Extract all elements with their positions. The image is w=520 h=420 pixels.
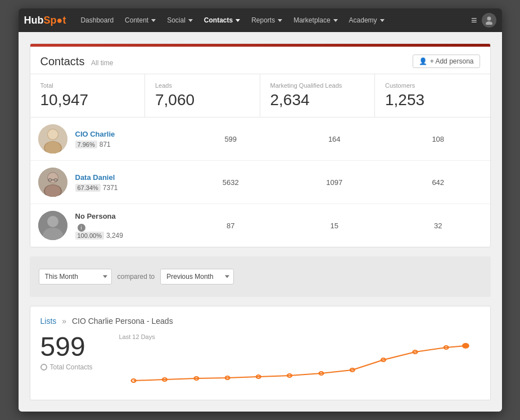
compare-select[interactable]: Previous Month Previous Quarter Previous… [160,269,234,284]
stat-leads-value: 7,060 [155,91,250,109]
card-subtitle: All time [91,59,113,67]
persona-pct-daniel: 67.34% [75,184,101,192]
nav-item-contacts[interactable]: Contacts [198,8,246,32]
logo-spot: Sp●t [44,15,66,26]
period-select-wrapper: This Month Last Month This Quarter All T… [39,269,112,284]
nav-item-academy[interactable]: Academy [343,8,390,32]
stat-customers-value: 1,253 [385,91,480,109]
persona-avatar-none [30,211,75,240]
persona-pct-cio: 7.96% [75,141,97,148]
persona-count-none: 3,249 [106,232,123,240]
persona-name-cio[interactable]: CIO Charlie [75,130,179,138]
filter-row: This Month Last Month This Quarter All T… [39,263,482,290]
hubspot-logo: HubSp●t [24,15,66,26]
breadcrumb: Lists » CIO Charlie Persona - Leads [40,317,480,326]
user-silhouette-icon [485,16,494,25]
card-title: Contacts [40,55,85,67]
persona-customers-none: 32 [386,222,490,230]
card-header: Contacts All time 👤 + Add persona [30,47,490,74]
filter-compared-label: compared to [117,273,155,281]
stat-leads-label: Leads [155,82,250,89]
nav-item-marketplace[interactable]: Marketplace [288,8,343,32]
persona-leads-none: 87 [179,222,283,230]
card-title-group: Contacts All time [40,55,114,68]
breadcrumb-current: CIO Charlie Persona - Leads [72,317,173,326]
daniel-avatar-svg [38,168,67,197]
stat-total-label: Total [40,82,135,89]
total-contacts-label: Total Contacts [50,363,93,371]
persona-info-none: No Persona i 100.00% 3,249 [75,212,179,240]
nav-right: ≡ [471,13,496,28]
breadcrumb-separator: » [62,317,66,326]
svg-point-16 [47,216,58,227]
period-select[interactable]: This Month Last Month This Quarter All T… [39,269,112,284]
user-avatar-icon[interactable] [482,13,496,28]
circle-icon [40,364,47,371]
persona-count-daniel: 7371 [103,184,118,192]
line-chart [119,343,480,388]
persona-name-none: No Persona [75,212,179,220]
persona-count-cio: 871 [100,141,111,148]
nav-item-content[interactable]: Content [119,8,161,32]
persona-row-daniel: Data Daniel 67.34% 7371 5632 1097 642 [30,161,490,204]
persona-mql-cio: 164 [283,135,387,143]
svg-point-11 [45,185,61,197]
chevron-down-icon [188,19,193,22]
svg-point-1 [486,21,492,25]
bottom-content: 599 Total Contacts Last 12 Days [40,333,480,390]
chart-area: Last 12 Days [119,333,480,390]
info-icon[interactable]: i [78,224,85,232]
main-content: Contacts All time 👤 + Add persona Total … [19,32,502,412]
avatar-daniel [38,168,67,197]
nav-item-dashboard[interactable]: Dashboard [75,8,119,32]
chart-label: Last 12 Days [119,333,480,340]
chevron-down-icon [278,19,282,22]
stat-mql-value: 2,634 [270,91,365,109]
stat-total-value: 10,947 [40,91,135,109]
persona-customers-cio: 108 [386,135,490,143]
persona-avatar-cio [30,124,75,153]
persona-info-daniel: Data Daniel 67.34% 7371 [75,173,179,192]
stats-row: Total 10,947 Leads 7,060 Marketing Quali… [30,74,490,118]
persona-info-cio: CIO Charlie 7.96% 871 [75,130,179,148]
persona-mql-daniel: 1097 [283,178,387,187]
chevron-down-icon [236,19,240,22]
stat-mql-label: Marketing Qualified Leads [270,82,365,89]
bottom-stat-group: 599 Total Contacts [40,333,108,371]
logo-hub: Hub [24,15,44,26]
nav-bar: HubSp●t Dashboard Content Social Contact… [19,8,502,32]
bottom-stat-label: Total Contacts [40,363,108,371]
chart-line [133,346,465,381]
chevron-down-icon [151,19,156,22]
persona-customers-daniel: 642 [386,178,490,187]
avatar-cio [38,124,67,153]
persona-mql-none: 15 [283,222,387,230]
persona-avatar-daniel [30,168,75,197]
bottom-card: Lists » CIO Charlie Persona - Leads 599 … [30,306,491,400]
persona-leads-daniel: 5632 [179,178,283,187]
persona-meta-daniel: 67.34% 7371 [75,184,179,192]
persona-row-none: No Persona i 100.00% 3,249 87 15 32 [30,204,490,247]
stat-leads: Leads 7,060 [145,74,260,117]
add-persona-label: + Add persona [430,57,474,65]
add-persona-button[interactable]: 👤 + Add persona [413,55,480,68]
persona-meta-cio: 7.96% 871 [75,141,179,148]
chevron-down-icon [333,19,338,22]
stat-mql: Marketing Qualified Leads 2,634 [260,74,376,117]
nav-item-reports[interactable]: Reports [246,8,288,32]
breadcrumb-parent[interactable]: Lists [40,317,57,326]
stat-customers: Customers 1,253 [375,74,490,117]
persona-name-daniel[interactable]: Data Daniel [75,173,179,182]
persona-row-cio: CIO Charlie 7.96% 871 599 164 108 [30,118,490,161]
nav-item-social[interactable]: Social [161,8,198,32]
contacts-card: Contacts All time 👤 + Add persona Total … [30,43,491,247]
compare-select-wrapper: Previous Month Previous Quarter Previous… [160,269,234,284]
cio-avatar-svg [38,124,67,153]
browser-window: HubSp●t Dashboard Content Social Contact… [19,8,502,412]
persona-pct-none: 100.00% [75,232,104,240]
persona-leads-cio: 599 [179,135,283,143]
stat-customers-label: Customers [385,82,480,89]
big-number: 599 [40,333,108,360]
filter-bar: This Month Last Month This Quarter All T… [30,256,491,297]
hamburger-icon[interactable]: ≡ [471,15,477,26]
